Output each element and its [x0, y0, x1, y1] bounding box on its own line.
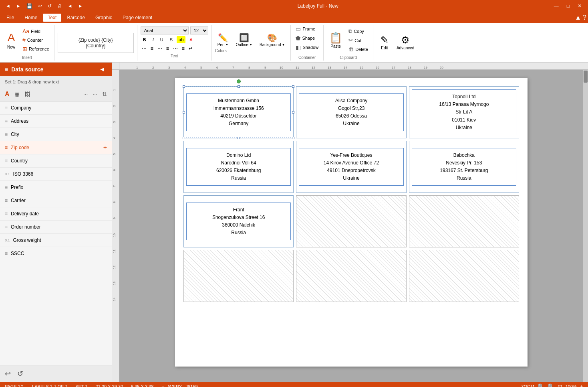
handle-bm[interactable] — [238, 137, 240, 139]
new-button[interactable]: A New — [3, 30, 19, 51]
background-btn[interactable]: 🎨 Background ▼ — [257, 32, 287, 48]
menu-file[interactable]: File — [2, 14, 19, 22]
handle-tm[interactable] — [238, 85, 240, 88]
rotate-handle[interactable] — [237, 79, 241, 83]
indent-btn[interactable]: ↵ — [187, 45, 194, 52]
sidebar-tool-text-btn[interactable]: A — [3, 90, 11, 99]
zoom-out-btn[interactable]: 🔍 — [538, 383, 544, 387]
canvas-scroll[interactable]: Mustermann Gmbh Immermannstrasse 156 402… — [119, 70, 583, 382]
label-3-2[interactable] — [409, 250, 519, 302]
sidebar-item-iso3366[interactable]: 0.1 ISO 3366 + — [0, 168, 112, 181]
align-top-btn[interactable]: ⋯ — [172, 45, 179, 52]
handle-ml[interactable] — [183, 111, 185, 113]
sidebar-tool-dot2-btn[interactable]: ··· — [91, 90, 99, 98]
cut-btn[interactable]: ✂ Cut — [347, 36, 370, 44]
sidebar-item-address[interactable]: ≡ Address + — [0, 115, 112, 128]
align-left-btn[interactable]: ⋯ — [141, 45, 148, 52]
zoom-plus-btn[interactable]: + — [580, 383, 583, 387]
handle-mr[interactable] — [292, 111, 294, 113]
font-size-select[interactable]: 12 — [190, 26, 208, 34]
print-btn[interactable]: 🖨 — [55, 2, 64, 10]
handle-br[interactable] — [292, 137, 294, 139]
align-center-btn[interactable]: ≡ — [149, 45, 155, 52]
zoom-fit-btn[interactable]: ⊡ — [558, 383, 562, 387]
label-2-2[interactable] — [409, 195, 519, 247]
label-3-0[interactable] — [183, 250, 294, 302]
zipcode-add-btn[interactable]: + — [103, 144, 107, 151]
sidebar-item-company[interactable]: ≡ Company + — [0, 101, 112, 115]
menu-text[interactable]: Text — [43, 14, 61, 22]
sidebar-refresh-btn[interactable]: ↺ — [16, 369, 25, 379]
handle-bl[interactable] — [183, 137, 185, 139]
outline-btn[interactable]: 🔲 Outline ▼ — [233, 32, 255, 48]
font-name-select[interactable]: Arial — [141, 26, 189, 34]
paste-btn[interactable]: 📋 Paste — [327, 30, 344, 50]
text-field-display[interactable]: {Zip code} {City} {Country} — [58, 33, 134, 53]
sidebar-tool-dot1-btn[interactable]: ··· — [82, 90, 90, 98]
undo-btn[interactable]: ↩ — [36, 2, 44, 10]
bold-btn[interactable]: B — [141, 36, 149, 43]
next-btn[interactable]: ► — [76, 2, 85, 10]
minimize-btn[interactable]: — — [551, 2, 562, 10]
zoom-in-btn[interactable]: 🔍 — [548, 383, 554, 387]
field-btn[interactable]: Aa Field — [21, 27, 51, 35]
label-1-0[interactable]: Domino Ltd Narodnoi Voli 64 620026 Ekate… — [183, 141, 294, 193]
nav-back-btn[interactable]: ◄ — [3, 2, 13, 10]
sidebar-item-carrier[interactable]: ≡ Carrier + — [0, 194, 112, 207]
v-scrollbar-thumb[interactable] — [584, 71, 588, 83]
sidebar-collapse-btn[interactable]: ◄ — [97, 66, 107, 73]
pen-btn[interactable]: ✏️ Pen ▼ — [215, 32, 231, 48]
sidebar-item-delivery-date[interactable]: ≡ Delivery date + — [0, 207, 112, 221]
save-btn[interactable]: 💾 — [24, 2, 35, 10]
italic-btn[interactable]: I — [150, 36, 156, 43]
help-btn[interactable]: ? — [583, 14, 586, 21]
menu-barcode[interactable]: Barcode — [62, 14, 90, 22]
shape-btn[interactable]: ⬟ Shape — [294, 34, 316, 42]
align-right-btn[interactable]: ⋯ — [156, 45, 163, 52]
prev-btn[interactable]: ◄ — [65, 2, 75, 10]
strikethrough-btn[interactable]: S — [167, 36, 175, 43]
label-0-0[interactable]: Mustermann Gmbh Immermannstrasse 156 402… — [183, 86, 294, 138]
pen-dropdown[interactable]: ▼ — [226, 43, 229, 47]
delete-btn[interactable]: 🗑 Delete — [347, 45, 370, 53]
sidebar-item-prefix[interactable]: ≡ Prefix + — [0, 181, 112, 194]
sidebar-item-gross-weight[interactable]: 0.1 Gross weight + — [0, 234, 112, 247]
font-color-btn[interactable]: A — [187, 36, 195, 43]
label-0-2[interactable]: Topnoll Ltd 16/13 Panasa Myrnogo Str Lit… — [409, 86, 519, 138]
close-btn[interactable]: ✕ — [574, 2, 585, 10]
menu-page-element[interactable]: Page element — [118, 14, 157, 22]
shadow-btn[interactable]: ◧ Shadow — [294, 43, 320, 51]
label-2-0[interactable]: Frant Shogenzukova Street 16 360000 Nalc… — [183, 195, 294, 247]
label-1-1[interactable]: Yes-Free Boutiques 14 Kirov Avenue Offic… — [296, 141, 406, 193]
v-scrollbar[interactable] — [583, 70, 588, 382]
copy-btn[interactable]: ⧉ Copy — [347, 27, 370, 35]
sidebar-undo-btn[interactable]: ↩ — [3, 369, 12, 379]
counter-btn[interactable]: # Counter — [21, 36, 51, 44]
sidebar-tool-table-btn[interactable]: ▦ — [13, 90, 21, 98]
outline-dropdown[interactable]: ▼ — [249, 43, 252, 47]
align-justify-btn[interactable]: ≡ — [165, 45, 170, 52]
reference-btn[interactable]: ⊞ Reference — [21, 45, 51, 53]
sidebar-sort-btn[interactable]: ⇅ — [101, 90, 109, 98]
label-3-1[interactable] — [296, 250, 406, 302]
label-2-1[interactable] — [296, 195, 406, 247]
align-bottom-btn[interactable]: ≡ — [181, 45, 186, 52]
advanced-btn[interactable]: ⚙ Advanced — [394, 33, 417, 51]
label-1-2[interactable]: Babochka Neveskiy Pr. 153 193167 St. Pet… — [409, 141, 519, 193]
maximize-btn[interactable]: □ — [564, 2, 573, 10]
sidebar-item-zipcode[interactable]: ≡ Zip code + — [0, 141, 112, 154]
background-dropdown[interactable]: ▼ — [282, 43, 285, 47]
highlight-btn[interactable]: ab — [177, 36, 185, 43]
nav-forward-btn[interactable]: ► — [14, 2, 23, 10]
ribbon-up-btn[interactable]: ▲ — [575, 14, 581, 21]
handle-tr[interactable] — [292, 85, 294, 88]
menu-graphic[interactable]: Graphic — [91, 14, 117, 22]
sidebar-item-order-number[interactable]: ≡ Order number + — [0, 221, 112, 234]
menu-home[interactable]: Home — [20, 14, 42, 22]
label-0-1[interactable]: Alisa Company Gogol Str,23 65026 Odessa … — [296, 86, 406, 138]
sidebar-item-city[interactable]: ≡ City + — [0, 128, 112, 141]
sidebar-item-sscc[interactable]: ≡ SSCC + — [0, 247, 112, 260]
sidebar-tool-image-btn[interactable]: 🖼 — [23, 90, 32, 98]
sidebar-item-country[interactable]: ≡ Country + — [0, 154, 112, 168]
frame-btn[interactable]: ▭ Frame — [294, 25, 317, 33]
